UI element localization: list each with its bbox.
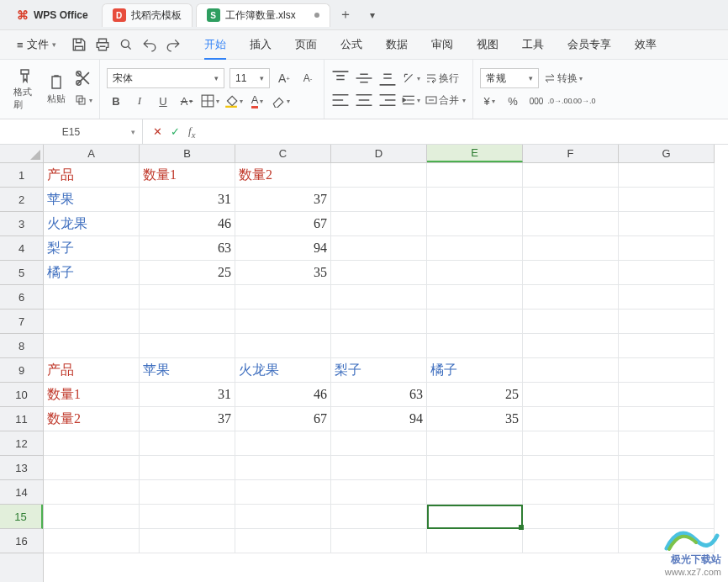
- cell[interactable]: [619, 310, 715, 334]
- cell[interactable]: [331, 334, 427, 358]
- cell[interactable]: [140, 310, 235, 334]
- tab-overflow-button[interactable]: ▾: [361, 3, 384, 27]
- undo-button[interactable]: [142, 37, 157, 52]
- cell[interactable]: [427, 212, 523, 236]
- cell[interactable]: [523, 334, 619, 358]
- tab-workbook[interactable]: S 工作簿数量.xlsx: [196, 3, 330, 27]
- cell[interactable]: [523, 383, 619, 407]
- column-header[interactable]: G: [619, 145, 715, 162]
- cell[interactable]: [427, 456, 523, 480]
- cell[interactable]: [523, 407, 619, 431]
- cell[interactable]: [523, 310, 619, 334]
- fill-color-button[interactable]: [224, 92, 243, 110]
- menu-tab-0[interactable]: 开始: [193, 30, 238, 59]
- cell[interactable]: [523, 456, 619, 480]
- font-color-button[interactable]: A: [248, 92, 266, 110]
- cell[interactable]: [427, 285, 523, 310]
- cell[interactable]: [523, 480, 619, 505]
- bold-button[interactable]: B: [107, 92, 125, 110]
- cell[interactable]: [619, 236, 715, 261]
- paste-button[interactable]: 粘贴: [44, 74, 69, 105]
- cell[interactable]: 46: [235, 383, 331, 407]
- cell[interactable]: [619, 431, 715, 456]
- cell[interactable]: [619, 358, 715, 383]
- cell[interactable]: 数量2: [44, 407, 140, 431]
- cell[interactable]: [44, 456, 140, 480]
- row-header[interactable]: 7: [0, 310, 43, 334]
- cell[interactable]: [235, 505, 331, 529]
- cell[interactable]: [331, 188, 427, 212]
- cell[interactable]: 橘子: [427, 358, 523, 383]
- cell[interactable]: 31: [140, 383, 235, 407]
- cell[interactable]: [331, 285, 427, 310]
- formula-cancel-button[interactable]: ✕: [153, 125, 162, 138]
- strikethrough-button[interactable]: A: [177, 92, 196, 110]
- cell[interactable]: [523, 505, 619, 529]
- font-name-select[interactable]: 宋体: [107, 68, 224, 88]
- cell[interactable]: [44, 505, 140, 529]
- row-header[interactable]: 9: [0, 358, 43, 383]
- cell[interactable]: 产品: [44, 358, 140, 383]
- cell[interactable]: [427, 480, 523, 505]
- underline-button[interactable]: U: [154, 92, 172, 110]
- cell[interactable]: [235, 529, 331, 553]
- menu-tab-6[interactable]: 视图: [465, 30, 510, 59]
- cell[interactable]: [331, 236, 427, 261]
- decrease-decimal-button[interactable]: .00→.0: [574, 92, 593, 110]
- row-header[interactable]: 4: [0, 236, 43, 261]
- cell[interactable]: [331, 163, 427, 188]
- cell[interactable]: [619, 383, 715, 407]
- cell[interactable]: [619, 261, 715, 285]
- cell[interactable]: [140, 529, 235, 553]
- cell[interactable]: [140, 456, 235, 480]
- cell[interactable]: [235, 480, 331, 505]
- select-all-corner[interactable]: [0, 145, 44, 163]
- cell[interactable]: [427, 236, 523, 261]
- row-header[interactable]: 3: [0, 212, 43, 236]
- print-preview-button[interactable]: [119, 37, 134, 52]
- convert-button[interactable]: 转换▾: [544, 69, 583, 87]
- copy-button[interactable]: [74, 91, 92, 109]
- cell[interactable]: [331, 212, 427, 236]
- cell[interactable]: [427, 529, 523, 553]
- italic-button[interactable]: I: [130, 92, 149, 110]
- cell[interactable]: [427, 163, 523, 188]
- formula-input[interactable]: [205, 119, 728, 144]
- name-box[interactable]: E15: [0, 119, 143, 144]
- cell[interactable]: [44, 529, 140, 553]
- cell[interactable]: [331, 310, 427, 334]
- menu-tab-3[interactable]: 公式: [329, 30, 374, 59]
- cell[interactable]: 数量2: [235, 163, 331, 188]
- cell[interactable]: [140, 480, 235, 505]
- number-format-select[interactable]: 常规: [480, 68, 539, 88]
- menu-tab-1[interactable]: 插入: [238, 30, 283, 59]
- row-header[interactable]: 1: [0, 163, 43, 188]
- column-header[interactable]: E: [427, 145, 523, 162]
- cell[interactable]: 25: [140, 261, 235, 285]
- cut-button[interactable]: [74, 69, 92, 87]
- cell[interactable]: [619, 163, 715, 188]
- percent-button[interactable]: %: [504, 92, 522, 110]
- increase-font-button[interactable]: A+: [275, 69, 293, 87]
- cell[interactable]: 梨子: [331, 358, 427, 383]
- menu-tab-2[interactable]: 页面: [283, 30, 329, 59]
- row-header[interactable]: 11: [0, 407, 43, 431]
- cell[interactable]: [523, 431, 619, 456]
- increase-decimal-button[interactable]: .0→.00: [551, 92, 569, 110]
- cell[interactable]: 37: [235, 188, 331, 212]
- menu-tab-4[interactable]: 数据: [374, 30, 419, 59]
- decrease-font-button[interactable]: A-: [298, 69, 317, 87]
- cell[interactable]: [619, 456, 715, 480]
- tab-docker-templates[interactable]: D 找稻壳模板: [102, 3, 193, 27]
- highlight-button[interactable]: [272, 92, 290, 110]
- align-center-button[interactable]: [355, 91, 373, 109]
- cell[interactable]: 橘子: [44, 261, 140, 285]
- cell[interactable]: [427, 310, 523, 334]
- cell[interactable]: 67: [235, 407, 331, 431]
- cell[interactable]: [523, 163, 619, 188]
- cell[interactable]: [331, 529, 427, 553]
- cell[interactable]: [331, 480, 427, 505]
- cell[interactable]: [235, 310, 331, 334]
- cell[interactable]: [523, 212, 619, 236]
- cell[interactable]: 94: [235, 236, 331, 261]
